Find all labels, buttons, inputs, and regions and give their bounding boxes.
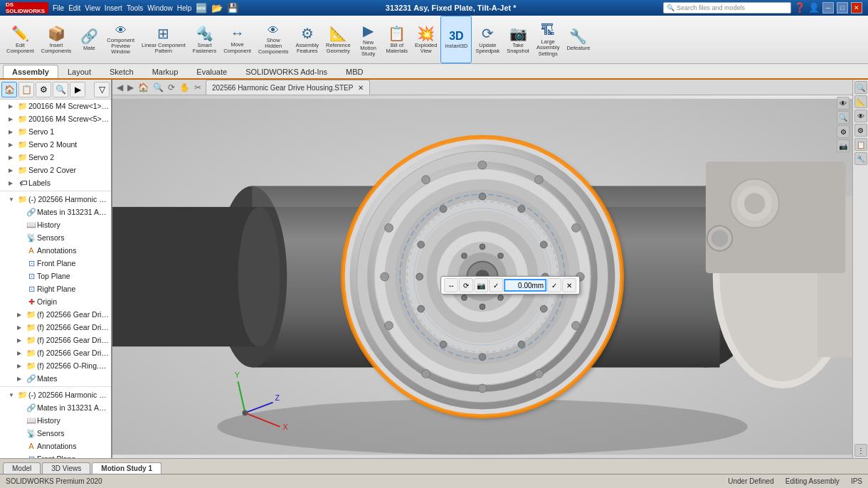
exploded-view-button[interactable]: 💥 ExplodedView: [411, 16, 440, 63]
tab-sketch[interactable]: Sketch: [100, 65, 143, 78]
nav-home[interactable]: 🏠: [137, 83, 150, 92]
search-bar[interactable]: 🔍 Search files and models: [663, 2, 791, 14]
tree-item[interactable]: ▶ 📁 Servo 2 Cover: [0, 164, 111, 176]
assembly-features-button[interactable]: ⚙ AssemblyFeatures: [292, 16, 322, 63]
panel-play-icon[interactable]: ▶: [70, 82, 85, 97]
minimize-button[interactable]: ─: [822, 2, 834, 14]
right-tool-icon[interactable]: 🔧: [854, 152, 867, 165]
smart-fasteners-button[interactable]: 🔩 SmartFasteners: [189, 16, 220, 63]
tree-item[interactable]: ▶ 📁 (f) 202566 Gear Drive Inner...: [0, 321, 111, 334]
tree-item[interactable]: ▶ 🔗 Mates: [0, 372, 111, 385]
save-icon[interactable]: 💾: [227, 3, 238, 14]
nav-pan[interactable]: ✋: [178, 83, 191, 92]
open-icon[interactable]: 📂: [211, 3, 223, 14]
tree-item[interactable]: ▶ 📁 Servo 2 Mount: [0, 138, 111, 151]
new-motion-study-button[interactable]: ▶ NewMotionStudy: [354, 16, 383, 63]
tree-item[interactable]: ✚ Origin: [0, 295, 111, 308]
help-icon[interactable]: ❓: [794, 2, 805, 14]
tree-item-harmonic-1[interactable]: ▼ 📁 (-) 202566 Harmonic Gear Driv...: [0, 193, 111, 206]
linear-component-button[interactable]: ⊞ Linear ComponentPattern: [138, 16, 189, 63]
tree-item[interactable]: ⊡ Front Plane: [0, 452, 111, 458]
mini-confirm-button[interactable]: ✓: [489, 278, 503, 292]
menu-item[interactable]: Window: [147, 4, 173, 12]
right-view-icon[interactable]: 👁: [854, 110, 867, 122]
new-icon[interactable]: 🆕: [196, 3, 207, 14]
tree-item[interactable]: ⊡ Right Plane: [0, 282, 111, 295]
bottom-tab-motion[interactable]: Motion Study 1: [92, 462, 162, 474]
take-snapshot-button[interactable]: 📷 TakeSnapshot: [503, 16, 533, 63]
tab-evaluate[interactable]: Evaluate: [187, 65, 236, 78]
vp-zoom-icon[interactable]: 🔍: [837, 111, 850, 124]
viewport-tab[interactable]: 202566 Harmonic Gear Drive Housing.STEP …: [206, 80, 370, 95]
bottom-tab-3dviews[interactable]: 3D Views: [42, 462, 90, 474]
user-icon[interactable]: 👤: [808, 2, 820, 14]
mini-value-input[interactable]: [504, 279, 546, 292]
panel-search-icon[interactable]: 🔍: [53, 82, 68, 97]
menu-item[interactable]: File: [53, 4, 64, 12]
tab-markup[interactable]: Markup: [143, 65, 188, 78]
nav-forward[interactable]: ▶: [126, 83, 135, 92]
tree-item[interactable]: ⊡ Front Plane: [0, 257, 111, 270]
tree-item[interactable]: 🔗 Mates in 313231 Asy, Fixed...: [0, 206, 111, 218]
mate-button[interactable]: 🔗 Mate: [75, 16, 103, 63]
update-speedpak-button[interactable]: ⟳ UpdateSpeedpak: [472, 16, 503, 63]
mini-move-button[interactable]: ↔: [444, 278, 458, 292]
tree-item[interactable]: ▶ 📁 200166 M4 Screw<1> (Def: [0, 100, 111, 112]
menu-item[interactable]: Tools: [127, 4, 143, 12]
tree-item[interactable]: ▶ 📁 Servo 2: [0, 151, 111, 164]
right-list-icon[interactable]: 📋: [854, 138, 867, 151]
menu-item[interactable]: Help: [177, 4, 192, 12]
nav-section[interactable]: ✂: [193, 83, 203, 92]
tree-item[interactable]: 📖 History: [0, 414, 111, 427]
tree-item-harmonic-2[interactable]: ▼ 📁 (-) 202566 Harmonic Gear Driv...: [0, 388, 111, 401]
insert-components-button[interactable]: 📦 InsertComponents: [38, 16, 75, 63]
reference-geometry-button[interactable]: 📐 ReferenceGeometry: [322, 16, 354, 63]
tree-item[interactable]: ▶ 📁 200166 M4 Screw<5> (Def: [0, 112, 111, 125]
bill-of-materials-button[interactable]: 📋 Bill ofMaterials: [383, 16, 411, 63]
maximize-button[interactable]: □: [837, 2, 848, 14]
tree-item[interactable]: 📖 History: [0, 218, 111, 231]
tree-item[interactable]: ▶ 📁 Servo 1: [0, 125, 111, 138]
tree-item[interactable]: ⊡ Top Plane: [0, 270, 111, 282]
close-button[interactable]: ✕: [851, 2, 862, 14]
right-zoom-icon[interactable]: 🔍: [854, 81, 867, 94]
right-measure-icon[interactable]: 📐: [854, 95, 867, 108]
panel-tree-icon[interactable]: 📋: [18, 82, 34, 97]
tree-item[interactable]: ▶ 📁 (f) 202566 Gear Drive Hous...: [0, 308, 111, 321]
large-assembly-button[interactable]: 🏗 LargeAssemblySettings: [533, 16, 563, 63]
tree-item[interactable]: 🔗 Mates in 313231 Asy, Fixed...: [0, 401, 111, 414]
tree-item[interactable]: ▶ 📁 (f) 202566 Gear Drive Lip S...: [0, 346, 111, 359]
nav-rotate[interactable]: ⟳: [166, 83, 176, 92]
vp-view-icon[interactable]: 👁: [837, 97, 850, 110]
component-preview-button[interactable]: 👁 ComponentPreviewWindow: [103, 16, 138, 63]
vp-settings-icon[interactable]: ⚙: [837, 125, 850, 138]
tree-item[interactable]: 📡 Sensors: [0, 427, 111, 440]
tree-item[interactable]: A Annotations: [0, 244, 111, 257]
nav-back[interactable]: ◀: [115, 83, 125, 92]
tab-layout[interactable]: Layout: [58, 65, 100, 78]
menu-item[interactable]: Insert: [105, 4, 122, 12]
defeature-button[interactable]: 🔧 Defeature: [563, 16, 593, 63]
tree-item[interactable]: ▶ 📁 (f) 202566 Gear Drive Inner...: [0, 334, 111, 346]
panel-filter-icon[interactable]: ▽: [94, 82, 110, 97]
tree-item[interactable]: 📡 Sensors: [0, 231, 111, 244]
mini-camera-button[interactable]: 📷: [474, 278, 488, 292]
show-hidden-button[interactable]: 👁 ShowHiddenComponents: [255, 16, 292, 63]
nav-zoom[interactable]: 🔍: [152, 83, 165, 92]
menu-item[interactable]: Edit: [68, 4, 80, 12]
right-settings-icon[interactable]: ⚙: [854, 124, 867, 137]
move-component-button[interactable]: ↔ MoveComponent: [220, 16, 255, 63]
panel-settings-icon[interactable]: ⚙: [36, 82, 51, 97]
panel-home-icon[interactable]: 🏠: [1, 82, 17, 97]
instant3d-button[interactable]: 3D Instant3D: [440, 16, 472, 63]
tab-close-icon[interactable]: ✕: [358, 84, 364, 92]
viewport[interactable]: ◀ ▶ 🏠 🔍 ⟳ ✋ ✂ 202566 Harmonic Gear Drive…: [112, 80, 852, 458]
mini-cancel-button[interactable]: ✕: [562, 278, 576, 292]
mini-rotate-button[interactable]: ⟳: [459, 278, 473, 292]
tab-assembly[interactable]: Assembly: [3, 65, 58, 78]
vp-snapshot-icon[interactable]: 📷: [837, 139, 850, 152]
right-more-icon[interactable]: ⋮: [854, 444, 867, 457]
tab-addins[interactable]: SOLIDWORKS Add-Ins: [236, 65, 337, 78]
mini-ok-button[interactable]: ✓: [547, 278, 561, 292]
tab-mbd[interactable]: MBD: [337, 65, 372, 78]
